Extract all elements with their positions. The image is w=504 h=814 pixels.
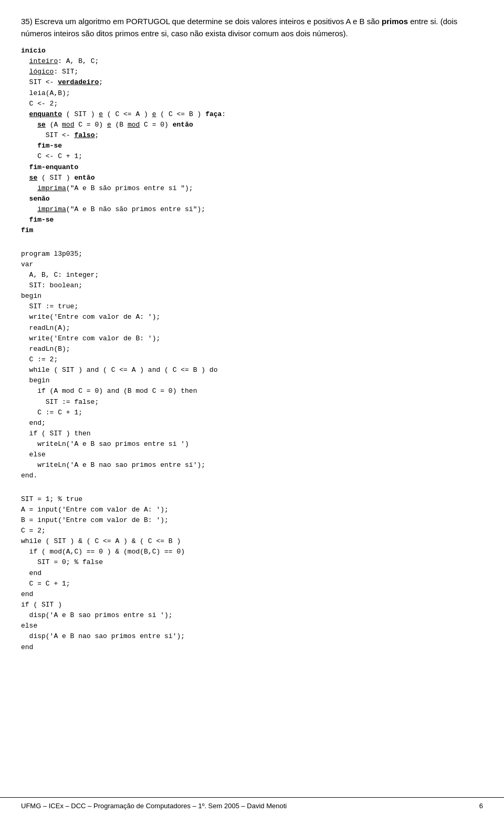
portugol-code-block: início inteiro: A, B, C; lógico: SIT; SI… bbox=[21, 46, 483, 236]
footer-left: UFMG – ICEx – DCC – Programação de Compu… bbox=[21, 802, 287, 810]
footer: UFMG – ICEx – DCC – Programação de Compu… bbox=[0, 797, 504, 814]
matlab-code-block: SIT = 1; % true A = input('Entre com val… bbox=[21, 494, 483, 653]
footer-right: 6 bbox=[479, 802, 483, 810]
main-content: 35) Escreva um algoritmo em PORTUGOL que… bbox=[21, 16, 483, 697]
question-text-part1: Escreva um algoritmo em PORTUGOL que det… bbox=[35, 17, 382, 26]
pascal-code-block: program l3p035; var A, B, C: integer; SI… bbox=[21, 249, 483, 482]
portugol-line-1: início inteiro: A, B, C; lógico: SIT; SI… bbox=[21, 47, 226, 234]
question-bold-word: primos bbox=[382, 17, 408, 26]
question-number: 35) bbox=[21, 17, 33, 26]
question-header: 35) Escreva um algoritmo em PORTUGOL que… bbox=[21, 16, 483, 39]
